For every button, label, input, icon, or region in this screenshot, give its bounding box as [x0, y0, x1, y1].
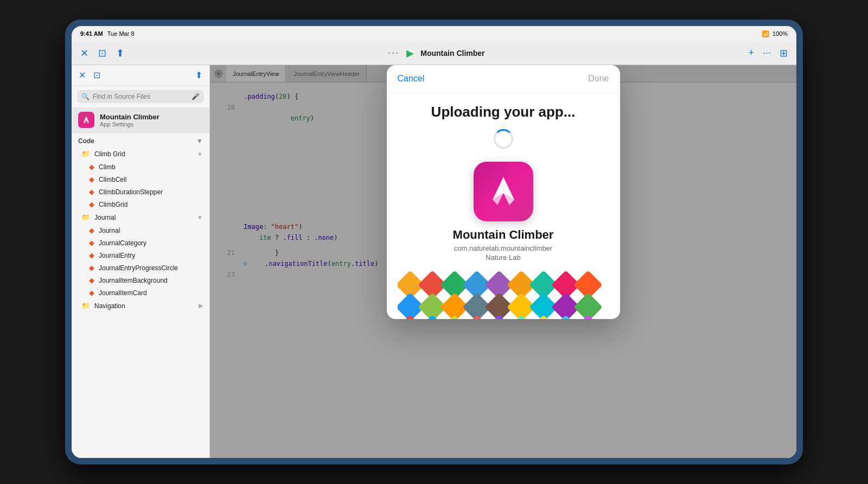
upload-modal: Cancel Done Uploading your app...	[387, 65, 620, 319]
file-label: JournalEntryProgressCircle	[99, 264, 178, 272]
folder-chevron: ▼	[197, 214, 203, 221]
folder-chevron: ▼	[197, 151, 203, 157]
swift-icon: ◆	[89, 188, 94, 196]
toolbar-center: ··· ▶ Mountain Climber	[126, 45, 746, 61]
search-bar[interactable]: 🔍 🎤	[77, 90, 204, 103]
sidebar-file-journalentryprogresscircle[interactable]: ◆ JournalEntryProgressCircle	[72, 262, 209, 274]
file-label: Climb	[99, 163, 116, 171]
sidebar-folder-climb-grid[interactable]: 📁 Climb Grid ▼	[72, 147, 209, 161]
code-section-chevron: ▼	[196, 137, 203, 145]
sidebar-file-journalentry[interactable]: ◆ JournalEntry	[72, 249, 209, 262]
file-label: JournalItemBackground	[99, 277, 168, 284]
swift-icon: ◆	[89, 200, 94, 208]
folder-icon: 📁	[81, 213, 90, 221]
code-section-title: Code	[78, 137, 94, 145]
project-name: Mountain Climber	[100, 113, 159, 121]
sidebar-file-journalitemcard[interactable]: ◆ JournalItemCard	[72, 286, 209, 299]
folder-name: Climb Grid	[94, 150, 125, 158]
upload-title: Uploading your app...	[431, 104, 576, 120]
modal-bundle-id: com.naturelab.mountainclimber	[454, 244, 552, 252]
project-subtitle: App Settings	[100, 121, 159, 128]
file-label: ClimbGrid	[99, 201, 127, 208]
swift-icon: ◆	[89, 175, 94, 183]
folder-icon: 📁	[81, 150, 90, 158]
file-label: Journal	[99, 227, 120, 234]
modal-body: Uploading your app... Mountain Climber	[387, 93, 620, 319]
swift-icon: ◆	[89, 226, 94, 234]
swift-icon: ◆	[89, 251, 94, 259]
code-section-header[interactable]: Code ▼	[72, 133, 209, 147]
file-label: JournalItemCard	[99, 289, 147, 297]
file-label: ClimbCell	[99, 176, 126, 183]
done-button: Done	[588, 74, 609, 84]
sidebar-layout-button[interactable]: ⊡	[92, 68, 102, 82]
appstore-diamonds	[398, 270, 609, 319]
sidebar-file-journalitembackground[interactable]: ◆ JournalItemBackground	[72, 274, 209, 286]
sidebar-file-journal[interactable]: ◆ Journal	[72, 224, 209, 237]
loading-spinner	[494, 129, 513, 149]
more-button[interactable]: ···	[761, 45, 773, 61]
sidebar-file-journalcategory[interactable]: ◆ JournalCategory	[72, 237, 209, 249]
sidebar-top-bar: ✕ ⊡ ⬆	[72, 65, 209, 86]
swift-icon: ◆	[89, 289, 94, 297]
modal-overlay: Cancel Done Uploading your app...	[210, 65, 796, 458]
project-info: Mountain Climber App Settings	[100, 113, 159, 128]
status-time: 9:41 AM	[80, 30, 103, 37]
modal-header: Cancel Done	[387, 65, 620, 93]
sidebar-close-button[interactable]: ✕	[77, 68, 87, 82]
close-sidebar-button[interactable]: ✕	[78, 45, 91, 61]
file-label: ClimbDurationStepper	[99, 188, 163, 196]
sidebar-file-climbdurationstepper[interactable]: ◆ ClimbDurationStepper	[72, 186, 209, 198]
svg-marker-3	[493, 177, 514, 200]
status-date: Tue Mar 8	[107, 30, 135, 37]
project-item[interactable]: Mountain Climber App Settings	[72, 107, 209, 133]
status-right: 📶 100%	[762, 30, 788, 37]
modal-app-name: Mountain Climber	[453, 228, 554, 242]
project-app-icon	[78, 112, 94, 128]
sidebar-scroll: Code ▼ 📁 Climb Grid ▼ ◆ Climb ◆	[72, 133, 209, 458]
swift-icon: ◆	[89, 276, 94, 284]
add-button[interactable]: +	[746, 45, 756, 61]
swift-icon: ◆	[89, 239, 94, 247]
swift-icon: ◆	[89, 264, 94, 272]
breadcrumb-dots: ···	[388, 48, 400, 58]
run-button[interactable]: ▶	[404, 45, 416, 61]
search-input[interactable]	[93, 93, 188, 100]
microphone-icon[interactable]: 🎤	[192, 93, 200, 100]
cancel-button[interactable]: Cancel	[398, 74, 425, 84]
app-title: Mountain Climber	[420, 49, 484, 58]
wifi-icon: 📶	[762, 30, 769, 37]
library-button[interactable]: ⊞	[777, 45, 790, 61]
ipad-screen: 9:41 AM Tue Mar 8 📶 100% ✕ ⊡ ⬆ ··· ▶ Mou…	[72, 26, 796, 458]
main-area: ✕ ⊡ ⬆ 🔍 🎤	[72, 65, 796, 458]
folder-chevron: ▶	[199, 302, 203, 309]
file-label: JournalEntry	[99, 252, 135, 259]
file-label: JournalCategory	[99, 239, 146, 247]
search-icon: 🔍	[81, 93, 90, 100]
sidebar-file-climbcell[interactable]: ◆ ClimbCell	[72, 173, 209, 186]
xcode-toolbar: ✕ ⊡ ⬆ ··· ▶ Mountain Climber + ··· ⊞	[72, 41, 796, 65]
sidebar-file-climbgrid[interactable]: ◆ ClimbGrid	[72, 198, 209, 211]
ipad-frame: 9:41 AM Tue Mar 8 📶 100% ✕ ⊡ ⬆ ··· ▶ Mou…	[65, 20, 803, 464]
source-control-button[interactable]: ⬆	[114, 45, 126, 61]
toolbar-right: + ··· ⊞	[746, 45, 790, 61]
status-bar: 9:41 AM Tue Mar 8 📶 100%	[72, 26, 796, 41]
svg-marker-0	[84, 116, 89, 122]
sidebar-folder-navigation[interactable]: 📁 Navigation ▶	[72, 299, 209, 313]
folder-name: Journal	[94, 214, 116, 221]
toggle-sidebar-button[interactable]: ⊡	[96, 45, 108, 61]
modal-developer: Nature Lab	[486, 253, 520, 262]
battery-indicator: 100%	[773, 30, 788, 37]
sidebar-source-button[interactable]: ⬆	[194, 68, 204, 82]
app-icon-large	[474, 162, 533, 221]
editor-area: ✕ JournalEntryView JournalEntryViewHeade…	[210, 65, 796, 458]
sidebar-folder-journal[interactable]: 📁 Journal ▼	[72, 211, 209, 224]
sidebar-file-climb[interactable]: ◆ Climb	[72, 161, 209, 173]
sidebar: ✕ ⊡ ⬆ 🔍 🎤	[72, 65, 210, 458]
toolbar-left: ✕ ⊡ ⬆	[78, 45, 126, 61]
folder-name: Navigation	[94, 302, 125, 310]
swift-icon: ◆	[89, 163, 94, 171]
folder-icon: 📁	[81, 302, 90, 310]
